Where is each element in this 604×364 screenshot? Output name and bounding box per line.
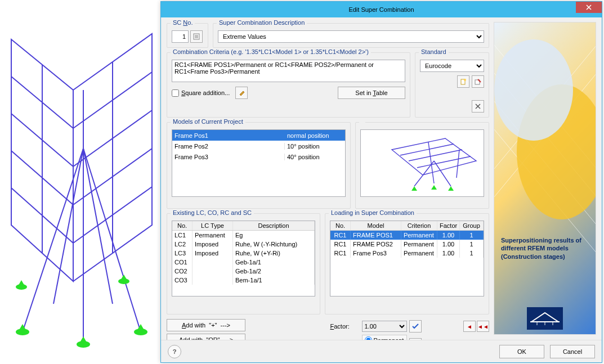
lc-row[interactable]: CO2Geb-1a/2: [172, 267, 315, 276]
loading-row[interactable]: RC1Frame Pos3Permanent1.001: [330, 249, 484, 258]
apply-factor-icon[interactable]: [409, 320, 422, 332]
description-select[interactable]: Extreme Values: [218, 30, 484, 43]
criteria-textarea[interactable]: RC1<FRAME POS1>/Permanent or RC1<FRAME P…: [172, 60, 405, 82]
lc-row[interactable]: CO1Geb-1a/1: [172, 258, 315, 267]
group-sc-no: SC No.: [167, 23, 208, 48]
factor-label: Factor:: [330, 323, 360, 330]
square-addition-icon[interactable]: [235, 87, 248, 99]
close-button[interactable]: [576, 2, 602, 13]
square-addition-label: Square addition...: [181, 89, 230, 96]
group-loading: Loading in Super Combination No. Model C…: [325, 213, 489, 314]
group-existing-lc: Existing LC, CO, RC and SC No. LC Type D…: [167, 213, 320, 314]
sc-no-list-icon[interactable]: [190, 30, 203, 43]
edit-standard-icon[interactable]: [472, 75, 484, 88]
remove-one-icon[interactable]: ◄: [463, 321, 476, 332]
svg-line-24: [409, 150, 462, 161]
cancel-button[interactable]: Cancel: [550, 345, 595, 358]
loading-table[interactable]: No. Model Criterion Factor Group RC1FRAM…: [330, 221, 484, 296]
square-addition-checkbox[interactable]: [172, 89, 179, 97]
add-plus-button[interactable]: Add with "+" --->: [167, 319, 245, 331]
group-models: Models of Current Project Frame Pos1norm…: [167, 122, 351, 209]
dialog-footer: ? OK Cancel: [161, 340, 602, 362]
factor-select[interactable]: 1.00: [362, 321, 407, 332]
lc-row[interactable]: LC1PermanentEg: [172, 231, 315, 240]
group-description: Super Combination Description Extreme Va…: [213, 23, 489, 48]
model-row[interactable]: Frame Pos1normal position: [172, 130, 345, 141]
sidebar-banner: SUPER-RC Superpositioning results of dif…: [494, 22, 596, 335]
dialog-title: Edit Super Combination: [348, 6, 414, 13]
set-in-table-button[interactable]: Set in Table: [338, 87, 405, 99]
svg-point-21: [464, 79, 466, 81]
sc-no-input[interactable]: [172, 30, 189, 43]
sidebar-caption: Superpositioning results of different RF…: [501, 236, 585, 260]
ok-button[interactable]: OK: [499, 345, 544, 358]
dialog: Edit Super Combination SC No. Super Comb: [160, 1, 602, 363]
loading-row[interactable]: RC1FRAME POS1Permanent1.001: [330, 231, 484, 240]
svg-line-23: [400, 144, 454, 155]
lc-row[interactable]: LC3ImposedRuhe, W (+Y-Ri): [172, 249, 315, 258]
standard-select[interactable]: Eurocode: [420, 60, 484, 72]
group-criteria: Combination Criteria (e.g. '1.35*LC1<Mod…: [167, 52, 410, 118]
svg-line-25: [417, 156, 471, 168]
lc-row[interactable]: CO3Bem-1a/1: [172, 276, 315, 285]
titlebar[interactable]: Edit Super Combination: [161, 2, 602, 17]
model-preview: [360, 129, 484, 197]
svg-line-27: [457, 150, 459, 178]
models-list[interactable]: Frame Pos1normal positionFrame Pos210° p…: [172, 129, 346, 197]
new-standard-icon[interactable]: [457, 75, 469, 88]
group-preview: [355, 122, 489, 209]
svg-point-35: [494, 39, 573, 141]
sidebar-title: SUPER-RC: [592, 68, 596, 159]
delete-standard-icon[interactable]: [472, 100, 484, 113]
lc-row[interactable]: LC2ImposedRuhe, W (-Y-Richtung): [172, 240, 315, 249]
loading-row[interactable]: RC1FRAME POS2Permanent1.001: [330, 240, 484, 249]
remove-all-icon[interactable]: ◄◄: [477, 321, 489, 332]
model-row[interactable]: Frame Pos210° position: [172, 141, 345, 151]
lc-table[interactable]: No. LC Type Description LC1PermanentEgLC…: [172, 221, 315, 296]
help-icon[interactable]: ?: [168, 345, 181, 358]
sidebar-logo-icon: [527, 307, 563, 330]
group-standard: Standard Eurocode: [415, 52, 489, 118]
model-row[interactable]: Frame Pos340° position: [172, 151, 345, 162]
model-view-3d: [0, 0, 163, 364]
